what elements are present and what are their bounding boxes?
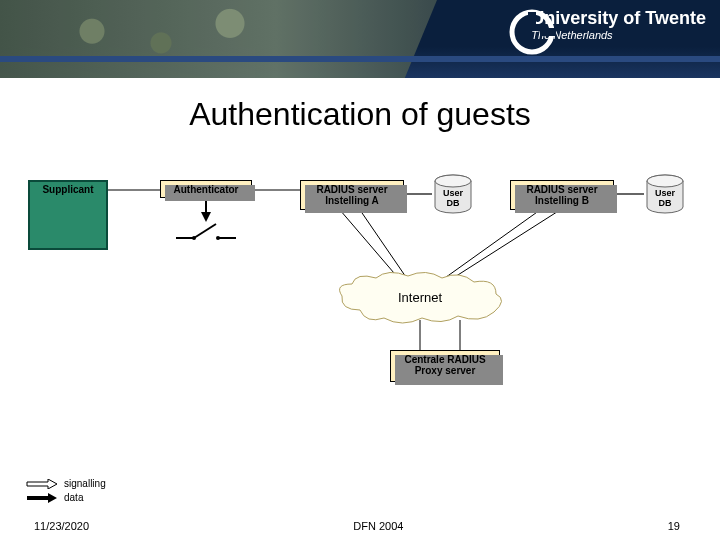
header-photo <box>0 0 460 78</box>
svg-point-23 <box>647 175 683 187</box>
legend: signalling data <box>26 478 106 506</box>
user-db-a-label: User DB <box>432 188 474 208</box>
university-subtitle: The Netherlands <box>531 29 706 41</box>
slide-footer: 11/23/2020 DFN 2004 19 <box>0 520 720 532</box>
legend-signalling: signalling <box>26 478 106 489</box>
radius-a-line2: Instelling A <box>303 195 401 206</box>
internet-cloud: Internet <box>330 270 510 326</box>
footer-date: 11/23/2020 <box>34 520 89 532</box>
radius-server-a-box: RADIUS server Instelling A <box>300 180 404 210</box>
footer-page: 19 <box>668 520 680 532</box>
supplicant-label: Supplicant <box>30 184 106 195</box>
svg-point-19 <box>216 236 220 240</box>
proxy-line2: Proxy server <box>393 365 497 376</box>
authenticator-box: Authenticator <box>160 180 252 198</box>
switch-icon <box>176 218 236 248</box>
radius-server-b-box: RADIUS server Instelling B <box>510 180 614 210</box>
user-db-b: User DB <box>644 174 686 218</box>
arrow-solid-icon <box>26 493 58 503</box>
radius-b-line1: RADIUS server <box>513 184 611 195</box>
svg-rect-2 <box>540 28 556 36</box>
arrow-outline-icon <box>26 479 58 489</box>
university-mark-icon <box>508 8 556 56</box>
svg-point-21 <box>435 175 471 187</box>
slide-header: University of Twente The Netherlands <box>0 0 720 78</box>
footer-center: DFN 2004 <box>353 520 403 532</box>
central-proxy-box: Centrale RADIUS Proxy server <box>390 350 500 382</box>
header-stripe <box>0 56 720 62</box>
radius-b-line2: Instelling B <box>513 195 611 206</box>
internet-label: Internet <box>330 290 510 305</box>
svg-rect-1 <box>528 12 536 28</box>
user-db-a: User DB <box>432 174 474 218</box>
supplicant-box: Supplicant <box>28 180 108 250</box>
svg-line-16 <box>194 224 216 238</box>
legend-data: data <box>26 492 106 503</box>
university-logo: University of Twente The Netherlands <box>473 8 706 41</box>
slide-title: Authentication of guests <box>0 96 720 133</box>
radius-a-line1: RADIUS server <box>303 184 401 195</box>
proxy-line1: Centrale RADIUS <box>393 354 497 365</box>
diagram-area: Supplicant Authenticator RADIUS server I… <box>0 160 720 460</box>
user-db-b-label: User DB <box>644 188 686 208</box>
legend-signalling-label: signalling <box>64 478 106 489</box>
legend-data-label: data <box>64 492 83 503</box>
authenticator-label: Authenticator <box>174 184 239 195</box>
svg-point-18 <box>192 236 196 240</box>
university-name: University of Twente <box>531 8 706 29</box>
